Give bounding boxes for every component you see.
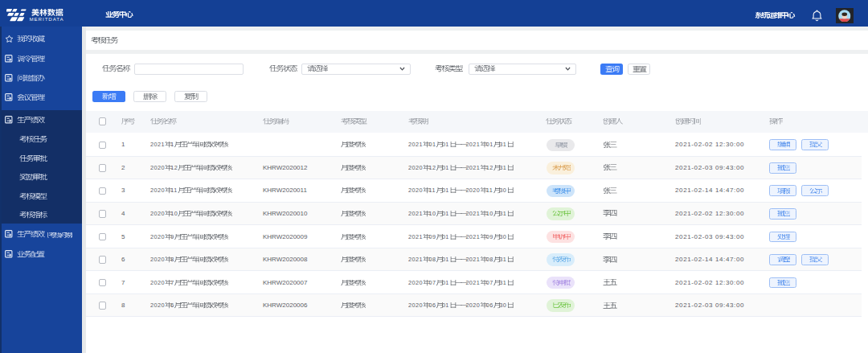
svg-text:11: 11 [170, 187, 177, 194]
svg-text:31: 31 [499, 257, 506, 263]
svg-text:08: 08 [428, 257, 436, 263]
svg-text:31: 31 [499, 165, 506, 171]
svg-text:30: 30 [499, 234, 506, 240]
svg-text:1: 1 [170, 142, 174, 148]
svg-text:12: 12 [428, 165, 436, 171]
svg-text:01: 01 [441, 234, 448, 240]
svg-text:01: 01 [485, 142, 493, 148]
svg-text:2020: 2020 [150, 211, 165, 217]
svg-text:2020: 2020 [150, 165, 165, 171]
svg-text:08: 08 [485, 257, 493, 263]
svg-text:2020: 2020 [150, 257, 165, 263]
svg-text:06: 06 [485, 302, 493, 309]
svg-text:31: 31 [499, 280, 506, 286]
svg-text:07: 07 [485, 280, 493, 286]
svg-text:2020: 2020 [408, 302, 423, 309]
svg-text:06: 06 [428, 302, 436, 309]
svg-text:01: 01 [441, 142, 448, 148]
svg-text:10: 10 [428, 211, 436, 217]
svg-text:2021: 2021 [408, 142, 423, 148]
svg-text:31: 31 [499, 211, 506, 217]
svg-text:2020: 2020 [150, 280, 165, 286]
svg-text:2020: 2020 [150, 234, 165, 240]
svg-text:01: 01 [441, 302, 448, 309]
svg-text:2021: 2021 [408, 211, 423, 217]
svg-text:01: 01 [428, 142, 436, 148]
svg-text:30: 30 [499, 302, 506, 309]
svg-text:01: 01 [441, 165, 448, 171]
svg-text:8: 8 [170, 257, 174, 263]
svg-text:09: 09 [485, 234, 493, 240]
svg-text:2021: 2021 [408, 234, 423, 240]
svg-text:2020: 2020 [408, 165, 423, 171]
svg-text:11: 11 [485, 187, 492, 194]
svg-text:01: 01 [441, 211, 448, 217]
svg-text:2020: 2020 [150, 187, 165, 194]
svg-text:7: 7 [170, 280, 174, 286]
svg-text:2021: 2021 [465, 165, 480, 171]
svg-text:2021: 2021 [465, 234, 480, 240]
svg-text:2020: 2020 [465, 302, 480, 309]
svg-text:01: 01 [441, 257, 448, 263]
svg-text:30: 30 [499, 187, 506, 194]
svg-text:10: 10 [485, 211, 493, 217]
svg-text:2020: 2020 [465, 187, 480, 194]
svg-text:09: 09 [428, 234, 436, 240]
svg-text:2020: 2020 [408, 187, 423, 194]
svg-text:6: 6 [170, 302, 174, 309]
svg-text:2020: 2020 [408, 280, 423, 286]
svg-text:01: 01 [441, 280, 448, 286]
svg-text:2021: 2021 [465, 280, 480, 286]
svg-text:2020: 2020 [150, 302, 165, 309]
svg-text:2021: 2021 [465, 142, 480, 148]
svg-text:2021: 2021 [150, 142, 165, 148]
svg-text:2021: 2021 [465, 211, 480, 217]
svg-text:07: 07 [428, 280, 436, 286]
svg-text:2021: 2021 [465, 257, 480, 263]
svg-text:12: 12 [170, 165, 178, 171]
svg-text:31: 31 [499, 142, 506, 148]
svg-text:9: 9 [170, 234, 174, 240]
svg-text:2021: 2021 [408, 257, 423, 263]
svg-text:12: 12 [485, 165, 493, 171]
svg-text:10: 10 [170, 211, 178, 217]
svg-text:11: 11 [428, 187, 435, 194]
svg-text:01: 01 [441, 187, 448, 194]
